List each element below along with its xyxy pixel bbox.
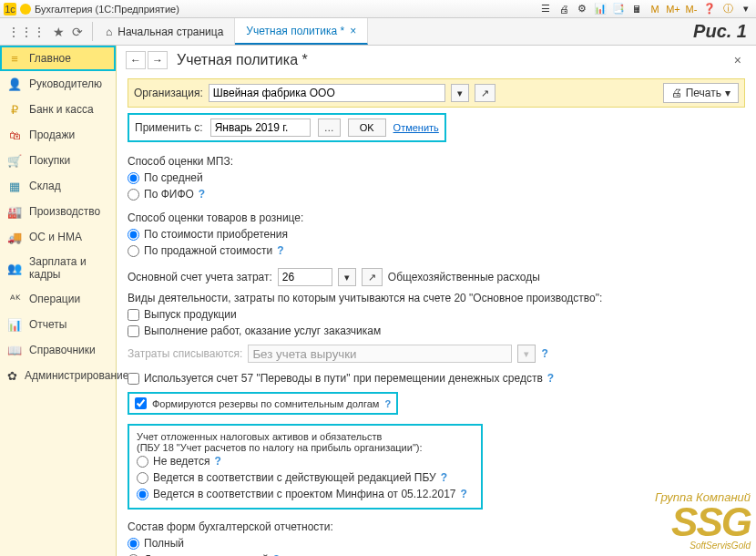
- activity-works-check[interactable]: Выполнение работ, оказание услуг заказчи…: [128, 323, 745, 339]
- reportforms-group-label: Состав форм бухгалтерской отчетности:: [128, 520, 745, 533]
- cost-account-dropdown[interactable]: ▾: [338, 268, 356, 286]
- help-icon[interactable]: ?: [547, 372, 554, 385]
- print-button[interactable]: 🖨 Печать ▾: [663, 83, 739, 103]
- org-input[interactable]: [209, 84, 445, 102]
- deferred-project-radio[interactable]: Ведется в соответствии с проектом Минфин…: [137, 486, 474, 502]
- help-icon[interactable]: ?: [277, 244, 283, 257]
- tb-icon-mplus[interactable]: M+: [667, 3, 679, 15]
- org-open-button[interactable]: ↗: [475, 84, 495, 102]
- tb-icon-help[interactable]: ❓: [703, 3, 716, 15]
- sidebar-item-admin[interactable]: ✿Администрирование: [0, 363, 116, 388]
- people-icon: 👥: [7, 261, 22, 275]
- sidebar-item-purchases[interactable]: 🛒Покупки: [0, 148, 116, 173]
- org-dropdown-button[interactable]: ▾: [451, 84, 469, 102]
- help-icon[interactable]: ?: [384, 398, 391, 409]
- tb-icon-5[interactable]: 🖩: [630, 3, 643, 15]
- sidebar-item-operations[interactable]: ᴬᴷОперации: [0, 286, 116, 312]
- sidebar-item-reports[interactable]: 📊Отчеты: [0, 312, 116, 337]
- user-icon: 👤: [7, 77, 22, 91]
- sidebar-item-manager[interactable]: 👤Руководителю: [0, 71, 116, 97]
- activity-output-check[interactable]: Выпуск продукции: [128, 306, 745, 323]
- reportforms-small-radio[interactable]: Для малых предприятий?: [128, 551, 745, 556]
- mpz-fifo-radio[interactable]: По ФИФО?: [128, 186, 745, 202]
- page-title: Учетная политика *: [177, 52, 720, 68]
- print-label: Печать: [686, 87, 721, 99]
- menu-icon: ≡: [7, 51, 22, 66]
- star-icon[interactable]: ★: [53, 25, 65, 39]
- deferred-current-radio[interactable]: Ведется в соответствии с действующей ред…: [137, 469, 474, 486]
- help-icon[interactable]: ?: [541, 347, 547, 360]
- tab-accounting-policy[interactable]: Учетная политика * ×: [235, 18, 368, 45]
- sidebar-item-label: Операции: [29, 293, 80, 305]
- sidebar-item-label: Склад: [29, 180, 61, 192]
- gear-icon: ✿: [7, 368, 17, 383]
- mpz-avg-radio[interactable]: По средней: [128, 170, 745, 186]
- tb-icon-mminus[interactable]: M-: [685, 3, 698, 15]
- tb-icon-drop[interactable]: ▾: [740, 3, 752, 15]
- page-close-button[interactable]: ×: [729, 53, 747, 67]
- tb-icon-3[interactable]: 📊: [594, 3, 607, 15]
- apply-label: Применить с:: [135, 121, 203, 134]
- tab-policy-label: Учетная политика *: [246, 25, 344, 37]
- cancel-link[interactable]: Отменить: [393, 122, 439, 133]
- tb-icon-4[interactable]: 📑: [612, 3, 625, 15]
- deferred-box: Учет отложенных налоговых активов и обяз…: [128, 424, 483, 510]
- deferred-header2: (ПБУ 18 "Учет расчетов по налогу на приб…: [137, 442, 474, 453]
- history-icon[interactable]: ⟳: [72, 25, 83, 39]
- reserves-label: Формируются резервы по сомнительным долг…: [152, 398, 379, 409]
- sidebar-item-payroll[interactable]: 👥Зарплата и кадры: [0, 250, 116, 286]
- retail-cost-radio[interactable]: По стоимости приобретения: [128, 226, 745, 242]
- help-icon[interactable]: ?: [199, 188, 205, 201]
- sidebar-item-assets[interactable]: 🚚ОС и НМА: [0, 224, 116, 250]
- deferred-header1: Учет отложенных налоговых активов и обяз…: [137, 431, 474, 442]
- help-icon[interactable]: ?: [461, 488, 467, 500]
- sidebar-item-label: Руководителю: [29, 77, 102, 90]
- writeoff-label: Затраты списываются:: [128, 347, 242, 360]
- tab-home[interactable]: ⌂ Начальная страница: [95, 18, 235, 45]
- sidebar-item-production[interactable]: 🏭Производство: [0, 199, 116, 224]
- apply-date-input[interactable]: [210, 118, 311, 137]
- app-title: Бухгалтерия (1С:Предприятие): [35, 4, 179, 15]
- home-icon: ⌂: [106, 26, 112, 38]
- acc57-check[interactable]: Используется счет 57 "Переводы в пути" п…: [128, 370, 745, 386]
- ops-icon: ᴬᴷ: [7, 292, 22, 306]
- cost-account-input[interactable]: [278, 268, 332, 286]
- grid-icon: ▦: [7, 179, 22, 193]
- reportforms-full-radio[interactable]: Полный: [128, 535, 745, 551]
- sidebar-item-label: Продажи: [29, 129, 75, 141]
- help-icon[interactable]: ?: [214, 455, 220, 468]
- titlebar: 1c Бухгалтерия (1С:Предприятие) ☰ 🖨 ⚙ 📊 …: [0, 0, 756, 18]
- writeoff-select: [248, 345, 512, 363]
- reserves-check[interactable]: [135, 397, 147, 409]
- org-bar: Организация: ▾ ↗ 🖨 Печать ▾: [128, 78, 745, 108]
- sidebar-item-label: Отчеты: [29, 318, 66, 331]
- ok-button[interactable]: OK: [348, 118, 386, 137]
- cost-account-open[interactable]: ↗: [362, 268, 383, 286]
- sidebar-item-sales[interactable]: 🛍Продажи: [0, 122, 116, 148]
- sidebar-item-warehouse[interactable]: ▦Склад: [0, 173, 116, 199]
- tb-icon-info[interactable]: ⓘ: [721, 3, 734, 15]
- sidebar-item-label: Администрирование: [25, 369, 128, 382]
- deferred-none-radio[interactable]: Не ведется?: [137, 453, 474, 469]
- close-icon[interactable]: ×: [350, 25, 356, 37]
- nav-forward-button[interactable]: →: [148, 51, 168, 69]
- tb-icon-2[interactable]: ⚙: [576, 3, 588, 15]
- nav-back-button[interactable]: ←: [126, 51, 146, 69]
- tb-icon-0[interactable]: ☰: [539, 3, 552, 15]
- sidebar-item-main[interactable]: ≡Главное: [0, 46, 116, 71]
- writeoff-dropdown: ▾: [517, 345, 536, 363]
- tb-icon-m[interactable]: M: [649, 3, 661, 15]
- cost-account-desc: Общехозяйственные расходы: [388, 271, 540, 283]
- sidebar-item-label: Покупки: [29, 154, 70, 167]
- apply-date-picker[interactable]: …: [318, 118, 341, 137]
- help-icon[interactable]: ?: [441, 471, 447, 484]
- chart-icon: 📊: [7, 317, 22, 332]
- sidebar-item-label: Зарплата и кадры: [29, 255, 108, 281]
- sidebar-item-bank[interactable]: ₽Банк и касса: [0, 97, 116, 122]
- retail-sale-radio[interactable]: По продажной стоимости?: [128, 242, 745, 259]
- apps-icon[interactable]: ⋮⋮⋮: [7, 25, 46, 39]
- apply-from-box: Применить с: … OK Отменить: [128, 113, 446, 142]
- tb-icon-1[interactable]: 🖨: [557, 3, 570, 15]
- sidebar-item-refs[interactable]: 📖Справочники: [0, 337, 116, 363]
- tabbar: ⋮⋮⋮ ★ ⟳ ⌂ Начальная страница Учетная пол…: [0, 18, 756, 46]
